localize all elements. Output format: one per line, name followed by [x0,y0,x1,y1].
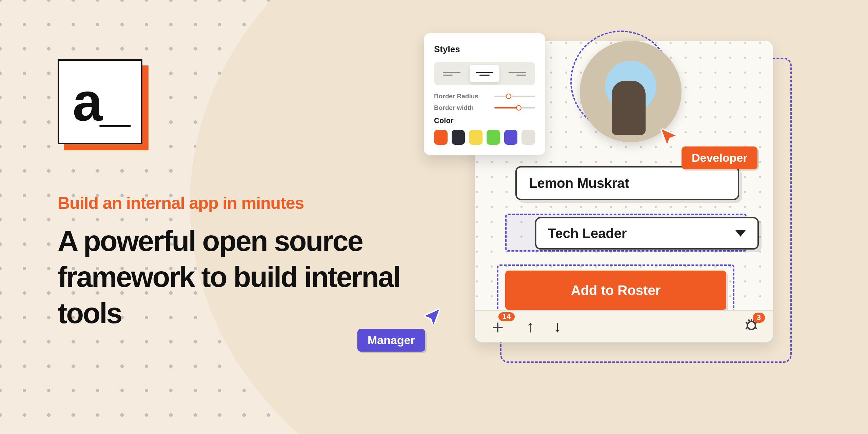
name-value: Lemon Muskrat [529,176,629,191]
swatch-gray[interactable] [521,130,535,145]
border-width-slider[interactable] [494,107,535,108]
canvas-toolbar: ＋ 14 ↑ ↓ 3 [475,310,773,342]
svg-point-0 [747,321,755,330]
swatch-dark[interactable] [452,130,465,145]
color-swatches [434,130,535,145]
swatch-yellow[interactable] [469,130,482,145]
add-badge: 14 [498,312,515,321]
align-center-button[interactable] [470,65,500,82]
color-label: Color [434,116,535,125]
swatch-purple[interactable] [504,130,518,145]
hero-text: Build an internal app in minutes A power… [58,193,403,331]
hero-title: A powerful open source framework to buil… [58,223,403,331]
add-widget-button[interactable]: ＋ 14 [488,317,507,336]
border-radius-slider[interactable] [494,96,535,97]
role-select[interactable]: Tech Leader [535,217,759,250]
swatch-green[interactable] [487,130,500,145]
developer-tag: Developer [682,146,757,169]
hero-subtitle: Build an internal app in minutes [58,193,403,213]
logo: a_ [58,59,142,144]
add-button-label: Add to Roster [571,283,660,298]
debug-badge: 3 [753,313,765,323]
add-to-roster-button[interactable]: Add to Roster [505,271,726,310]
text-align-group [434,62,535,85]
logo-box: a_ [58,59,142,144]
swatch-orange[interactable] [434,130,448,145]
move-up-button[interactable]: ↑ [526,318,534,335]
debug-button[interactable]: 3 [743,317,760,337]
border-width-label: Border width [434,104,474,112]
name-input[interactable]: Lemon Muskrat [515,166,739,200]
styles-panel: Styles Border Radius Border width Color [424,33,545,155]
border-radius-label: Border Radius [434,93,478,100]
role-value: Tech Leader [548,226,627,241]
manager-tag: Manager [357,329,425,352]
styles-title: Styles [434,44,535,55]
chevron-down-icon [735,230,746,237]
move-down-button[interactable]: ↓ [553,318,561,335]
align-left-button[interactable] [437,65,467,82]
align-right-button[interactable] [502,65,532,82]
